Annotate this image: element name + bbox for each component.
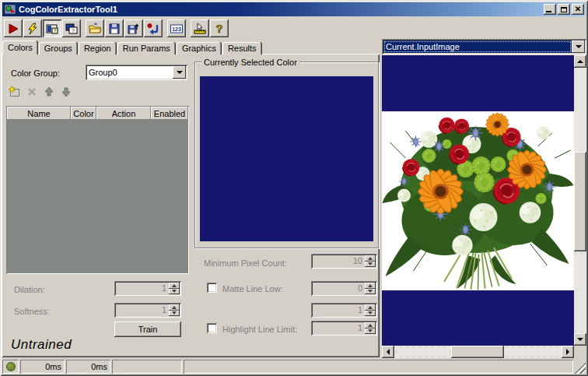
combo-dropdown-button[interactable]	[572, 40, 585, 53]
reset-button[interactable]	[144, 19, 163, 37]
min-pixel-count-label: Minimum Pixel Count:	[204, 258, 287, 268]
spin-down-button[interactable]	[365, 289, 376, 295]
arrow-left-icon	[387, 349, 390, 355]
horizontal-scrollbar[interactable]	[382, 346, 574, 358]
column-header-enabled[interactable]: Enabled	[151, 107, 188, 120]
column-header-color[interactable]: Color	[71, 107, 96, 120]
maximize-button[interactable]	[558, 4, 570, 15]
image-canvas[interactable]	[382, 55, 574, 346]
spin-down-icon	[368, 311, 373, 315]
vertical-scroll-thumb[interactable]	[574, 152, 586, 251]
tab-groups[interactable]: Groups	[39, 42, 78, 54]
open-button[interactable]	[86, 19, 104, 37]
save-as-button[interactable]	[124, 19, 143, 37]
pointer-position-button[interactable]	[191, 19, 209, 37]
spin-up-button[interactable]	[365, 255, 376, 262]
minimize-button[interactable]	[544, 4, 556, 15]
tab-colors[interactable]: Colors	[2, 40, 38, 54]
spin-down-button[interactable]	[365, 329, 376, 335]
dilation-value: 1	[162, 283, 166, 293]
colors-table[interactable]: Name Color Action Enabled	[6, 106, 189, 274]
highlight-line-limit-value: 1	[358, 323, 362, 332]
run-button[interactable]	[4, 19, 23, 37]
app-icon	[4, 3, 16, 16]
spin-down-button[interactable]	[169, 289, 180, 295]
trained-status-text: Untrained	[11, 337, 72, 353]
lightning-icon	[26, 23, 40, 35]
spin-up-button[interactable]	[365, 283, 376, 289]
tab-region[interactable]: Region	[79, 42, 117, 54]
highlight-line-limit-checkbox[interactable]	[207, 323, 217, 333]
minimize-icon	[546, 11, 551, 12]
matte-line-high-spinner[interactable]: 1	[311, 303, 377, 318]
column-header-name[interactable]: Name	[7, 107, 71, 120]
run-time-panel: 0ms	[20, 360, 65, 374]
softness-label: Softness:	[14, 307, 50, 316]
scroll-right-button[interactable]	[562, 346, 574, 358]
spin-up-icon	[368, 257, 373, 260]
help-icon: ?	[212, 23, 226, 35]
help-button[interactable]: ?	[210, 19, 229, 37]
save-button[interactable]	[105, 19, 124, 37]
status-indicator-panel	[2, 360, 19, 374]
spin-down-icon	[368, 262, 373, 265]
show-electrodes-button[interactable]: ?	[43, 19, 61, 37]
move-down-button[interactable]	[58, 85, 74, 99]
float-window-button[interactable]: ?	[62, 19, 81, 37]
spin-up-icon	[172, 306, 177, 309]
floppy-icon	[107, 23, 121, 35]
spin-up-icon	[368, 324, 373, 327]
tab-strip: Colors Groups Region Run Params Graphics…	[2, 40, 263, 54]
spin-up-button[interactable]	[169, 304, 180, 311]
move-up-button[interactable]	[41, 85, 57, 99]
live-run-button[interactable]	[23, 19, 42, 37]
run-icon	[6, 23, 20, 35]
tab-graphics[interactable]: Graphics	[177, 42, 222, 54]
scroll-down-button[interactable]	[574, 333, 586, 346]
chevron-down-icon	[576, 45, 582, 48]
horizontal-scroll-thumb[interactable]	[451, 346, 504, 358]
floating-window-icon: ?	[65, 23, 79, 35]
spin-down-button[interactable]	[365, 262, 376, 268]
titlebar[interactable]: CogColorExtractorTool1 ✕	[2, 2, 586, 16]
min-pixel-count-spinner[interactable]: 10	[311, 254, 377, 269]
spin-up-button[interactable]	[365, 322, 376, 329]
highlight-line-limit-spinner[interactable]: 1	[311, 321, 377, 336]
dilation-label: Dilation:	[14, 285, 45, 294]
softness-spinner[interactable]: 1	[114, 303, 181, 318]
image-selector-value: Current.InputImage	[383, 40, 572, 53]
spin-down-button[interactable]	[365, 311, 376, 317]
reset-arrow-icon	[146, 23, 160, 35]
tab-results[interactable]: Results	[222, 42, 262, 54]
spin-down-button[interactable]	[169, 311, 180, 317]
delete-x-icon	[26, 86, 38, 98]
delete-color-button[interactable]	[24, 85, 40, 99]
flower-bouquet-image	[382, 111, 574, 290]
image-selector-combo[interactable]: Current.InputImage	[382, 39, 586, 54]
close-button[interactable]: ✕	[572, 4, 584, 15]
colors-tab-page: Color Group: Group0	[2, 54, 380, 357]
spin-up-icon	[172, 284, 177, 287]
spin-up-button[interactable]	[365, 304, 376, 311]
spin-up-button[interactable]	[169, 283, 180, 289]
dilation-spinner[interactable]: 1	[114, 281, 181, 296]
matte-line-low-spinner[interactable]: 0	[311, 281, 377, 296]
spin-down-icon	[172, 311, 177, 315]
combo-dropdown-button[interactable]	[173, 66, 186, 79]
color-group-combo[interactable]: Group0	[86, 65, 187, 80]
scroll-up-button[interactable]	[574, 55, 586, 68]
vertical-scrollbar[interactable]	[574, 55, 586, 346]
tab-run-params[interactable]: Run Params	[117, 42, 176, 54]
column-header-action[interactable]: Action	[96, 107, 151, 120]
cog-color-extractor-window: CogColorExtractorTool1 ✕ ?	[0, 0, 588, 376]
resize-grip[interactable]	[575, 360, 586, 374]
matte-line-low-label: Matte Line Low:	[222, 284, 283, 293]
new-color-button[interactable]	[6, 85, 22, 99]
matte-line-low-checkbox[interactable]	[207, 283, 217, 293]
image-display-panel	[382, 55, 586, 358]
train-button[interactable]: Train	[114, 322, 181, 337]
min-pixel-count-value: 10	[353, 256, 362, 265]
results-numeric-button[interactable]: 123	[167, 19, 186, 37]
floppy-arrow-icon	[127, 23, 141, 35]
scroll-left-button[interactable]	[382, 346, 394, 358]
